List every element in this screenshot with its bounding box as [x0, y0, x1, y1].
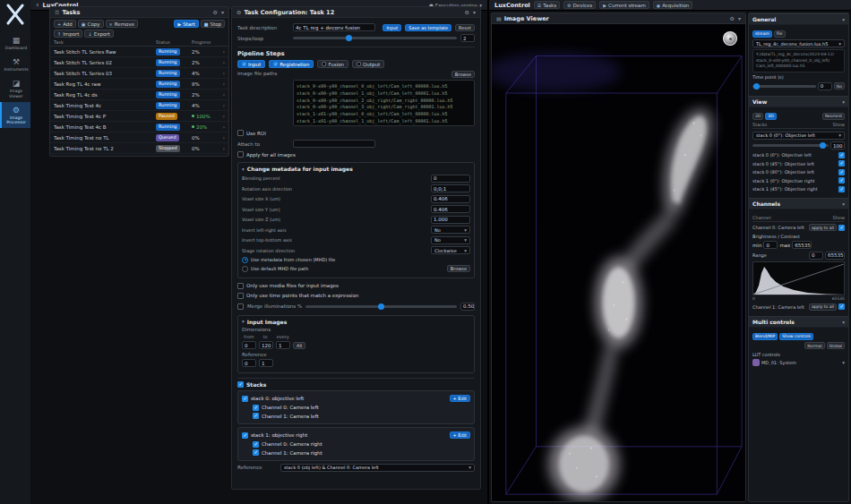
tasks-collapse-icon[interactable]: ▾	[221, 9, 224, 15]
go-button[interactable]: Go	[834, 82, 845, 90]
dim-from-input[interactable]: 0	[242, 341, 256, 349]
max-input[interactable]: 65535	[792, 241, 812, 249]
attach-to-input[interactable]	[293, 140, 375, 148]
tasks-settings-icon[interactable]: ⚙	[213, 9, 218, 15]
section-general-header[interactable]: General ▾	[749, 13, 848, 24]
lut-row[interactable]: MD_01: System ▾	[752, 359, 845, 366]
dataset-select[interactable]: TL_reg_4c_deconv_fusion.lux.h5 ▾	[752, 39, 845, 47]
merge-illuminations-slider[interactable]	[305, 305, 457, 308]
timepoint-input[interactable]: 0	[818, 82, 832, 90]
mode-2d-chip[interactable]: 2D	[752, 113, 763, 120]
apply-to-all-chip[interactable]: apply to all	[809, 303, 837, 311]
meta-field-input[interactable]: 0;0;1	[431, 184, 470, 192]
steps-slider[interactable]	[293, 37, 457, 39]
chevron-right-icon[interactable]: ›	[219, 59, 225, 66]
task-description-input[interactable]: 4c TL reg + deconv fusion	[293, 23, 375, 31]
meta-field-select[interactable]: Clockwise▾	[431, 246, 470, 254]
timepoint-slider[interactable]	[752, 85, 816, 88]
blend-slider[interactable]	[752, 144, 829, 147]
edit-stack1-button[interactable]: + Edit	[450, 431, 470, 439]
media-files-only-checkbox[interactable]	[237, 283, 244, 289]
meta-field-input[interactable]: 0	[431, 175, 470, 183]
titlebar-acquisition-button[interactable]: ◉Acquisition	[653, 1, 693, 9]
reset-button[interactable]: Reset	[455, 24, 475, 31]
input-images-header[interactable]: ▾ Input Images	[242, 319, 470, 325]
sidebar-item-dashboard[interactable]: ▦ Dashboard	[0, 32, 30, 54]
tab-checkbox[interactable]	[273, 62, 278, 66]
show-controls-chip[interactable]: Show controls	[779, 333, 813, 340]
tab-output[interactable]: Output	[352, 60, 384, 68]
stack1-checkbox[interactable]	[242, 432, 248, 439]
meta-field-input[interactable]: 1.000	[431, 216, 470, 224]
apply-to-all-chip[interactable]: apply to all	[809, 224, 837, 231]
remove-task-button[interactable]: ×Remove	[106, 20, 139, 28]
range-max-input[interactable]: 65535	[825, 252, 845, 260]
chevron-right-icon[interactable]: ›	[219, 81, 225, 88]
stack0-ch0-checkbox[interactable]	[253, 405, 259, 411]
save-as-template-button[interactable]: Save as template	[405, 24, 451, 31]
blend-mip-chip[interactable]: Blend/MIP	[752, 333, 778, 340]
config-collapse-icon[interactable]: ▾	[473, 9, 476, 15]
min-input[interactable]: 0	[763, 241, 778, 249]
meta-field-input[interactable]: 0.406	[431, 195, 470, 203]
viewer-settings-icon[interactable]: ⚙	[730, 15, 735, 21]
table-row[interactable]: Task Timing Test 4c BRunning20%›	[50, 122, 228, 132]
stacks-enable-checkbox[interactable]	[237, 381, 244, 388]
table-row[interactable]: Task Reg TL 4c rawRunning8%›	[50, 79, 228, 90]
titlebar-tasks-button[interactable]: ☰Tasks	[534, 1, 560, 9]
browse-paths-button[interactable]: Browse	[451, 71, 475, 78]
stack-visible-checkbox[interactable]	[838, 160, 845, 167]
intensity-histogram[interactable]	[752, 261, 845, 295]
table-row[interactable]: Task Timing Test no TLQueued0%›	[50, 132, 228, 143]
sidebar-item-image-viewer[interactable]: ◪ Image Viewer	[0, 75, 30, 101]
chevron-right-icon[interactable]: ›	[219, 91, 225, 98]
viewer-viewport[interactable]	[492, 24, 745, 501]
meta-field-select[interactable]: No▾	[431, 226, 470, 234]
table-row[interactable]: Task Timing Test no TL 2Stopped0%›	[50, 143, 228, 154]
tab-input[interactable]: Input	[237, 60, 265, 68]
titlebar-devices-button[interactable]: ⚙Devices	[563, 1, 596, 9]
dim-to-input[interactable]: 120	[259, 341, 273, 349]
apply-all-checkbox[interactable]	[237, 151, 244, 158]
source-file-chip[interactable]: file	[774, 30, 786, 38]
table-row[interactable]: Task Timing Test 4c PPaused100%›	[50, 111, 228, 122]
steps-value-input[interactable]: 2	[460, 34, 475, 42]
titlebar-current-stream-button[interactable]: ▶Current stream	[599, 1, 649, 9]
tab-registration[interactable]: Registration	[269, 60, 314, 68]
stop-task-button[interactable]: ■Stop	[201, 20, 225, 28]
add-task-button[interactable]: +Add	[54, 20, 76, 28]
section-channels-header[interactable]: Channels ▾	[749, 198, 848, 209]
timepoint-filter-checkbox[interactable]	[237, 293, 244, 299]
select-all-button[interactable]: All	[293, 342, 305, 349]
stack-visible-checkbox[interactable]	[838, 152, 845, 158]
main-stack-select[interactable]: stack 0 (0°): Objective left ▾	[752, 132, 845, 140]
chevron-right-icon[interactable]: ›	[219, 48, 225, 56]
global-chip[interactable]: Global	[827, 342, 845, 349]
tab-checkbox[interactable]	[357, 62, 361, 66]
section-multi-controls-header[interactable]: Multi controls ▾	[749, 316, 848, 327]
export-task-button[interactable]: ↓Export	[84, 30, 113, 38]
chevron-right-icon[interactable]: ›	[219, 113, 225, 120]
channel1-visible-checkbox[interactable]	[838, 303, 845, 310]
table-row[interactable]: Task Stitch TL Series RawRunning2%›	[50, 47, 228, 57]
lut-color-swatch[interactable]	[752, 359, 760, 366]
chevron-right-icon[interactable]: ›	[219, 145, 225, 152]
stack-visible-checkbox[interactable]	[838, 186, 845, 192]
input-button[interactable]: Input	[383, 24, 401, 31]
tab-checkbox[interactable]	[242, 62, 246, 66]
range-min-input[interactable]: 0	[809, 252, 823, 260]
table-row[interactable]: Task Timing Test 4cRunning4%›	[50, 100, 228, 111]
table-row[interactable]: Task Stitch TL Series 02Running2%›	[50, 57, 228, 68]
start-task-button[interactable]: ▶Start	[174, 20, 198, 28]
mhd-chosen-radio[interactable]	[242, 257, 248, 263]
source-stream-chip[interactable]: stream	[752, 30, 772, 38]
chevron-right-icon[interactable]: ›	[219, 70, 225, 77]
merge-illuminations-input[interactable]: 0.50	[460, 303, 475, 311]
copy-task-button[interactable]: ▣Copy	[78, 20, 104, 28]
dim-every-input[interactable]: 1	[276, 341, 290, 349]
reorient-button[interactable]: Reorient	[822, 113, 845, 120]
section-view-header[interactable]: View ▾	[749, 96, 848, 107]
chevron-right-icon[interactable]: ›	[219, 102, 225, 109]
viewer-collapse-icon[interactable]: ▾	[738, 15, 741, 21]
stack0-ch1-checkbox[interactable]	[253, 413, 259, 419]
